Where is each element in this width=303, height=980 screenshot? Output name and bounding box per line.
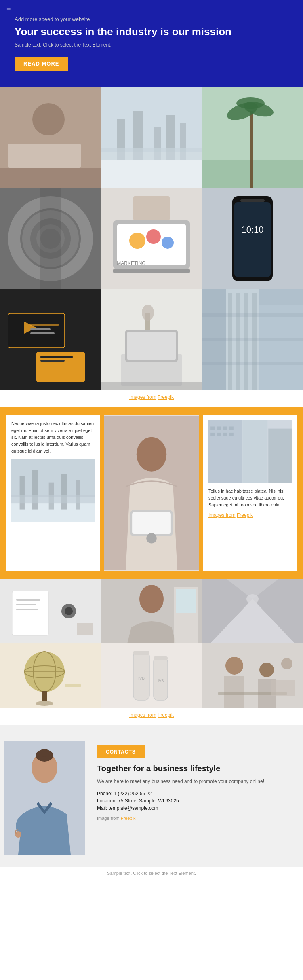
svg-rect-123 — [202, 643, 303, 708]
photo-cell-architecture — [0, 188, 101, 289]
svg-rect-62 — [202, 338, 303, 341]
svg-rect-84 — [229, 426, 234, 430]
svg-rect-113 — [42, 691, 47, 701]
svg-rect-117 — [133, 652, 149, 700]
svg-point-2 — [32, 103, 65, 135]
contact-mail-value: template@sample.com — [109, 805, 158, 811]
svg-rect-41 — [30, 328, 50, 330]
contacts-button[interactable]: CONTACTS — [97, 745, 145, 758]
svg-rect-50 — [101, 382, 202, 390]
grid1-caption: Images from Freepik — [0, 390, 303, 407]
svg-rect-14 — [250, 111, 253, 188]
contact-subtitle: We are here to meet any business need an… — [97, 778, 291, 785]
footer-sample-text: Sample text. Click to select the Text El… — [107, 871, 196, 876]
grid1-freepik-link[interactable]: Freepik — [158, 394, 174, 400]
grid1-caption-prefix: Images from — [129, 394, 156, 400]
svg-rect-31 — [133, 196, 170, 220]
orange-card-3: Tellus in hac habitasse platea. Nisl nis… — [203, 415, 297, 571]
photo-cell-desk-setup — [101, 289, 202, 390]
svg-rect-88 — [229, 433, 234, 436]
svg-point-99 — [139, 585, 164, 613]
svg-rect-80 — [268, 429, 292, 483]
contact-phone-value: 1 (232) 252 55 22 — [114, 791, 152, 796]
svg-rect-45 — [40, 360, 65, 362]
contact-img-caption-prefix: Image from — [97, 816, 120, 821]
photo-cell-globe — [0, 643, 101, 708]
orange-card3-freepik-link[interactable]: Freepik — [237, 512, 253, 518]
hamburger-menu-icon[interactable]: ≡ — [6, 6, 11, 14]
svg-rect-3 — [0, 168, 101, 188]
svg-rect-59 — [244, 293, 248, 390]
svg-rect-1 — [8, 144, 81, 168]
photo-cell-palm-tree — [202, 87, 303, 188]
svg-rect-67 — [32, 470, 38, 510]
svg-rect-36 — [240, 199, 265, 202]
svg-point-130 — [281, 658, 292, 669]
read-more-button[interactable]: READ MORE — [15, 57, 68, 71]
svg-point-107 — [246, 594, 259, 604]
contact-mail-label: Mail: — [97, 805, 107, 811]
grid2-freepik-link[interactable]: Freepik — [158, 712, 174, 718]
photo-cell-city-fog — [101, 87, 202, 188]
svg-rect-34 — [234, 202, 271, 277]
contact-location-value: 75 Street Sample, WI 63025 — [118, 798, 179, 804]
svg-rect-96 — [77, 623, 93, 635]
svg-point-114 — [36, 701, 53, 706]
svg-point-76 — [146, 533, 157, 544]
grid2-caption: Images from Freepik — [0, 708, 303, 725]
contact-freepik-link[interactable]: Freepik — [121, 816, 136, 821]
svg-rect-81 — [210, 426, 215, 430]
photo-cell-product-bottles: IVB IVB — [101, 643, 202, 708]
footer: Sample text. Click to select the Text El… — [0, 867, 303, 880]
photo-grid-2: IVB IVB — [0, 579, 303, 708]
svg-rect-92 — [16, 604, 36, 605]
contact-location: Location: 75 Street Sample, WI 63025 — [97, 798, 291, 804]
photo-cell-business-card — [0, 289, 101, 390]
hero-small-text: Add more speed to your website — [15, 16, 288, 22]
svg-rect-87 — [223, 433, 227, 436]
svg-rect-116 — [101, 643, 202, 708]
svg-point-126 — [259, 663, 274, 677]
svg-rect-83 — [223, 426, 227, 430]
hero-section: ≡ Add more speed to your website Your su… — [0, 0, 303, 87]
contact-person-image — [0, 741, 89, 855]
orange-card1-text: Neque viverra justo nec ultrices du sapi… — [11, 420, 95, 455]
svg-rect-82 — [217, 426, 221, 430]
svg-rect-11 — [101, 148, 202, 160]
svg-point-73 — [137, 437, 166, 472]
orange-feature-section: Neque viverra justo nec ultrices du sapi… — [0, 407, 303, 579]
svg-rect-63 — [202, 362, 303, 365]
hero-subtitle: Sample text. Click to select the Text El… — [15, 42, 288, 48]
svg-rect-44 — [40, 356, 73, 358]
svg-rect-122 — [154, 656, 168, 660]
svg-rect-61 — [202, 313, 303, 317]
svg-rect-129 — [271, 680, 295, 696]
svg-point-52 — [142, 305, 154, 321]
photo-cell-notepad — [0, 579, 101, 643]
orange-card3-caption: Images from Freepik — [208, 508, 292, 519]
photo-cell-building-upward — [202, 289, 303, 390]
hero-title: Your success in the industry is our miss… — [15, 25, 288, 38]
svg-rect-49 — [127, 332, 176, 360]
contact-phone: Phone: 1 (232) 252 55 22 — [97, 791, 291, 796]
svg-rect-57 — [228, 293, 232, 390]
svg-point-28 — [162, 237, 174, 249]
svg-point-124 — [225, 657, 243, 675]
svg-rect-79 — [242, 420, 267, 483]
svg-rect-69 — [61, 474, 67, 510]
orange-card-1: Neque viverra justo nec ultrices du sapi… — [6, 415, 100, 571]
svg-rect-101 — [176, 589, 196, 613]
svg-point-26 — [129, 233, 145, 249]
svg-text:IVB: IVB — [138, 676, 145, 681]
svg-rect-56 — [259, 305, 303, 390]
orange-card3-caption-prefix: Images from — [208, 512, 236, 518]
photo-cell-business-meeting — [202, 643, 303, 708]
contact-location-label: Location: — [97, 798, 117, 804]
svg-rect-58 — [236, 293, 240, 390]
svg-rect-30 — [113, 269, 190, 273]
svg-point-95 — [65, 607, 73, 615]
svg-rect-42 — [30, 332, 55, 334]
svg-text:MARKETING: MARKETING — [117, 260, 145, 266]
photo-cell-corridor — [202, 579, 303, 643]
contact-phone-label: Phone: — [97, 791, 112, 796]
